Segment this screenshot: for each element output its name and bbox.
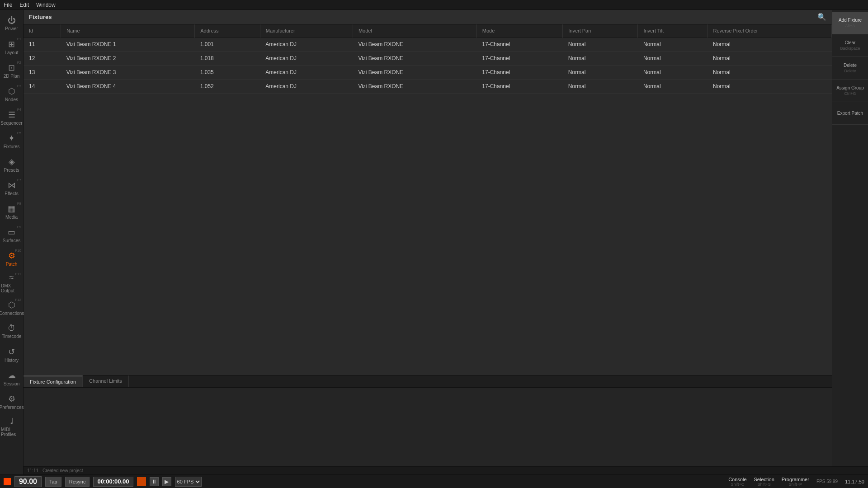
fps-selector[interactable]: 60 FPS — [175, 477, 202, 487]
page-title: Fixtures — [29, 14, 52, 20]
selection-label-area: Selection Shift+S — [754, 477, 774, 487]
bpm-indicator[interactable] — [4, 478, 11, 485]
export-patch-button[interactable]: Export Patch — [832, 102, 868, 125]
col-name: Name — [61, 24, 195, 38]
nodes-icon: ⬡ — [8, 86, 15, 96]
dmxoutput-icon: ≈ — [9, 273, 14, 282]
transport-right-area: Console Shift+C Selection Shift+S Progra… — [728, 477, 864, 487]
patch-icon: ⚙ — [8, 251, 15, 261]
sidebar-item-media[interactable]: F8 ▦ Media — [0, 200, 23, 223]
table-row[interactable]: 12Vizi Beam RXONE 21.018American DJVizi … — [24, 52, 832, 66]
transport-bar: 90.00 Tap Resync 00:00:00.00 ⏸ ▶ 60 FPS … — [0, 474, 868, 488]
delete-shortcut: Delete — [844, 69, 856, 73]
clear-button[interactable]: Clear Backspace — [832, 34, 868, 57]
fixture-table: Id Name Address Manufacturer Model Mode … — [24, 24, 832, 94]
export-patch-label: Export Patch — [837, 111, 863, 116]
sidebar-item-power[interactable]: ⏻ Power — [0, 12, 23, 35]
table-row[interactable]: 13Vizi Beam RXONE 31.035American DJVizi … — [24, 66, 832, 80]
sidebar-item-sequencer[interactable]: F4 ☰ Sequencer — [0, 106, 23, 129]
sidebar-item-presets[interactable]: ◈ Presets — [0, 153, 23, 176]
add-fixture-shortcut: Alt+A — [845, 23, 855, 28]
assign-group-button[interactable]: Assign Group Ctrl+G — [832, 80, 868, 102]
status-message: 11:11 - Created new project — [27, 468, 83, 473]
sidebar-item-midiprofiles[interactable]: ♩ MIDI Profiles — [0, 413, 23, 440]
power-icon: ⏻ — [8, 16, 16, 25]
col-address: Address — [195, 24, 260, 38]
col-manufacturer: Manufacturer — [260, 24, 353, 38]
sidebar-label-presets: Presets — [4, 168, 19, 173]
table-row[interactable]: 11Vizi Beam RXONE 11.001American DJVizi … — [24, 38, 832, 52]
search-icon[interactable]: 🔍 — [817, 13, 826, 21]
sidebar-item-layout[interactable]: F1 ⊞ Layout — [0, 35, 23, 59]
assign-group-shortcut: Ctrl+G — [844, 91, 856, 96]
selection-label: Selection — [754, 477, 774, 482]
right-panel: Add Fixture Alt+A Clear Backspace Delete… — [832, 10, 868, 474]
add-fixture-button[interactable]: Add Fixture Alt+A — [832, 12, 868, 34]
sidebar-item-session[interactable]: ☁ Session — [0, 366, 23, 390]
play-button[interactable]: ▶ — [162, 477, 171, 486]
status-bar: 11:11 - Created new project — [24, 466, 868, 474]
sidebar-item-effects[interactable]: F7 ⋈ Effects — [0, 176, 23, 200]
console-label: Console — [728, 477, 746, 482]
sidebar-item-patch[interactable]: F10 ⚙ Patch — [0, 247, 23, 270]
col-mode: Mode — [476, 24, 562, 38]
sidebar-item-nodes[interactable]: F3 ⬡ Nodes — [0, 82, 23, 106]
bottom-panel: Fixture Configuration Channel Limits — [24, 375, 832, 474]
tap-button[interactable]: Tap — [45, 477, 61, 487]
preferences-icon: ⚙ — [8, 394, 15, 404]
sidebar-item-preferences[interactable]: ⚙ Preferences — [0, 390, 23, 413]
sidebar-item-connections[interactable]: F12 ⬡ Connections — [0, 296, 23, 319]
session-icon: ☁ — [8, 371, 16, 380]
sidebar: ⏻ Power F1 ⊞ Layout F2 ⊡ 2D Plan F3 ⬡ No… — [0, 10, 24, 474]
surfaces-icon: ▭ — [8, 227, 15, 237]
table-row[interactable]: 14Vizi Beam RXONE 41.052American DJVizi … — [24, 80, 832, 94]
sidebar-label-history: History — [5, 358, 19, 363]
pause-button[interactable]: ⏸ — [150, 477, 159, 486]
layout-icon: ⊞ — [8, 39, 15, 49]
title-bar: Fixtures 🔍 — [24, 10, 832, 24]
console-label-area: Console Shift+C — [728, 477, 746, 487]
sidebar-item-2dplan[interactable]: F2 ⊡ 2D Plan — [0, 59, 23, 82]
col-reverse-pixel: Reverse Pixel Order — [708, 24, 832, 38]
clock-display: 11:17:50 — [845, 479, 864, 484]
clear-label: Clear — [845, 40, 856, 45]
timecode-icon: ⏱ — [8, 324, 16, 333]
col-invert-tilt: Invert Tilt — [638, 24, 708, 38]
play-icon: ▶ — [165, 479, 169, 485]
selection-shortcut: Shift+S — [758, 482, 771, 487]
sidebar-label-session: Session — [4, 381, 20, 386]
sidebar-label-fixtures: Fixtures — [4, 144, 20, 149]
col-invert-pan: Invert Pan — [563, 24, 638, 38]
sidebar-item-history[interactable]: ↺ History — [0, 343, 23, 366]
tab-channel-limits[interactable]: Channel Limits — [83, 375, 129, 387]
col-model: Model — [353, 24, 476, 38]
programmer-label-area: Programmer Shift+P — [782, 477, 809, 487]
fixtures-icon: ✦ — [8, 133, 15, 143]
effects-icon: ⋈ — [8, 180, 16, 190]
sidebar-item-dmxoutput[interactable]: F11 ≈ DMX Output — [0, 270, 23, 296]
sidebar-label-effects: Effects — [5, 191, 18, 196]
menu-file[interactable]: File — [4, 2, 12, 8]
stop-button[interactable] — [137, 477, 146, 486]
bottom-content-area — [24, 388, 832, 474]
menu-window[interactable]: Window — [36, 2, 56, 8]
sidebar-label-preferences: Preferences — [0, 405, 24, 410]
media-icon: ▦ — [8, 204, 15, 214]
history-icon: ↺ — [8, 347, 15, 357]
sidebar-item-timecode[interactable]: ⏱ Timecode — [0, 319, 23, 343]
sidebar-label-media: Media — [5, 215, 18, 220]
assign-group-label: Assign Group — [836, 85, 864, 90]
time-display: 00:00:00.00 — [93, 477, 133, 487]
sidebar-label-timecode: Timecode — [2, 334, 22, 339]
clear-shortcut: Backspace — [840, 46, 860, 51]
bottom-tab-bar: Fixture Configuration Channel Limits — [24, 375, 832, 388]
delete-button[interactable]: Delete Delete — [832, 57, 868, 80]
tab-fixture-configuration[interactable]: Fixture Configuration — [24, 375, 83, 387]
resync-button[interactable]: Resync — [65, 477, 90, 487]
sidebar-label-2dplan: 2D Plan — [4, 74, 20, 79]
sidebar-item-fixtures[interactable]: F5 ✦ Fixtures — [0, 129, 23, 153]
menu-edit[interactable]: Edit — [19, 2, 29, 8]
bpm-display: 90.00 — [14, 476, 42, 487]
sidebar-item-surfaces[interactable]: F9 ▭ Surfaces — [0, 223, 23, 247]
menu-bar: File Edit Window — [0, 0, 868, 10]
